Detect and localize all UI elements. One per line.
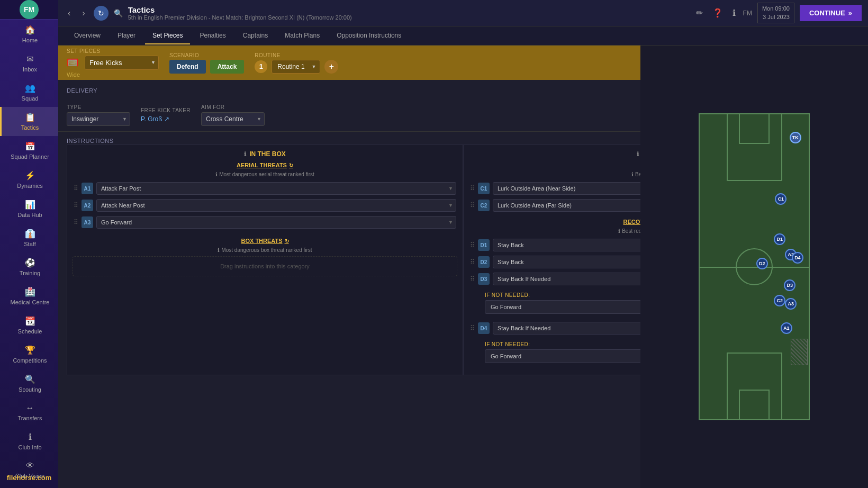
aim-select[interactable]: Cross Centre bbox=[201, 112, 265, 126]
drag-handle-d2[interactable]: ⠿ bbox=[470, 258, 475, 266]
subnav-overview[interactable]: Overview bbox=[67, 28, 108, 44]
drag-handle-d1[interactable]: ⠿ bbox=[470, 241, 475, 249]
routine-select[interactable]: Routine 1 bbox=[272, 60, 320, 74]
sidebar-item-medical[interactable]: 🏥 Medical Centre bbox=[0, 282, 58, 311]
player-d4[interactable]: D4 bbox=[792, 252, 803, 264]
sidebar-item-scouting[interactable]: 🔍 Scouting bbox=[0, 369, 58, 398]
a3-select-wrap[interactable]: Go Forward bbox=[96, 216, 456, 229]
drag-handle-c2[interactable]: ⠿ bbox=[470, 202, 475, 209]
refresh-button[interactable]: ↻ bbox=[94, 6, 108, 21]
subnav-player[interactable]: Player bbox=[110, 28, 143, 44]
aim-select-wrap[interactable]: Cross Centre bbox=[201, 112, 265, 126]
defend-button[interactable]: Defend bbox=[169, 60, 206, 74]
training-icon: ⚽ bbox=[25, 258, 35, 268]
set-pieces-value-row: 🥅 Free Kicks bbox=[67, 56, 159, 70]
continue-button[interactable]: CONTINUE » bbox=[800, 5, 862, 21]
edit-icon[interactable]: ✏ bbox=[694, 6, 705, 20]
attack-button[interactable]: Attack bbox=[210, 60, 245, 74]
schedule-icon: 📆 bbox=[25, 316, 35, 326]
free-kicks-icon: 🥅 bbox=[67, 57, 78, 68]
set-pieces-select-wrap[interactable]: Free Kicks bbox=[85, 56, 159, 70]
add-routine-button[interactable]: + bbox=[324, 60, 338, 74]
badge-d2: D2 bbox=[478, 256, 490, 268]
drag-handle-c1[interactable]: ⠿ bbox=[470, 185, 475, 192]
player-d1[interactable]: D1 bbox=[774, 233, 785, 245]
sidebar-item-club-info[interactable]: ℹ Club Info bbox=[0, 427, 58, 456]
drag-handle-a2[interactable]: ⠿ bbox=[74, 202, 78, 209]
subnav-match-plans[interactable]: Match Plans bbox=[277, 28, 327, 44]
drag-handle-a1[interactable]: ⠿ bbox=[74, 185, 78, 192]
sidebar-label-competitions: Competitions bbox=[13, 357, 47, 364]
sidebar-label-schedule: Schedule bbox=[18, 328, 42, 335]
taker-field: FREE KICK TAKER P. Groß ↗ bbox=[141, 107, 191, 123]
set-pieces-select[interactable]: Free Kicks bbox=[85, 56, 159, 70]
sidebar-item-data-hub[interactable]: 📊 Data Hub bbox=[0, 194, 58, 223]
drag-handle-d4[interactable]: ⠿ bbox=[470, 324, 475, 332]
routine-select-wrap[interactable]: Routine 1 bbox=[272, 60, 320, 74]
info-icon[interactable]: ℹ bbox=[730, 6, 738, 20]
player-d2[interactable]: D2 bbox=[756, 258, 768, 269]
type-select-wrap[interactable]: Inswinger bbox=[67, 112, 130, 126]
sidebar-item-squad[interactable]: 👥 Squad bbox=[0, 78, 58, 107]
type-select[interactable]: Inswinger bbox=[67, 112, 130, 126]
refresh-icon: ↻ bbox=[289, 162, 293, 168]
sidebar-label-squad: Squad bbox=[22, 95, 39, 102]
a2-select[interactable]: Attack Near Post bbox=[96, 199, 456, 212]
badge-a3: A3 bbox=[82, 216, 93, 228]
subnav-penalties[interactable]: Penalties bbox=[192, 28, 233, 44]
scenario-buttons: Defend Attack bbox=[169, 60, 244, 74]
sidebar-item-inbox[interactable]: ✉ Inbox bbox=[0, 49, 58, 78]
a2-select-wrap[interactable]: Attack Near Post bbox=[96, 199, 456, 212]
in-the-box-column: ℹ IN THE BOX AERIAL THREATS ↻ ℹ Most dan… bbox=[67, 144, 463, 375]
footer: filehorse.com bbox=[0, 467, 58, 488]
sidebar-item-schedule[interactable]: 📆 Schedule bbox=[0, 311, 58, 340]
inbox-icon: ✉ bbox=[26, 54, 33, 64]
pitch-container: TK C1 D1 D2 A2 D4 D3 C2 A3 A1 bbox=[640, 46, 868, 488]
taker-label: FREE KICK TAKER bbox=[141, 107, 191, 113]
subnav-captains[interactable]: Captains bbox=[236, 28, 275, 44]
sidebar-logo: FM bbox=[0, 0, 58, 20]
club-info-icon: ℹ bbox=[29, 432, 32, 442]
sidebar-label-transfers: Transfers bbox=[17, 415, 42, 421]
drag-placeholder: Drag instructions into this category bbox=[73, 256, 457, 276]
subnav-set-pieces[interactable]: Set Pieces bbox=[145, 28, 190, 44]
a1-select[interactable]: Attack Far Post bbox=[96, 182, 456, 195]
sidebar-item-home[interactable]: 🏠 Home bbox=[0, 20, 58, 49]
main-content: SET PIECES 🥅 Free Kicks Wide SCENARIO De… bbox=[58, 46, 868, 488]
a1-select-wrap[interactable]: Attack Far Post bbox=[96, 182, 456, 195]
help-icon[interactable]: ❓ bbox=[710, 6, 725, 20]
sidebar-item-squad-planner[interactable]: 📅 Squad Planner bbox=[0, 136, 58, 165]
sidebar-item-staff[interactable]: 👔 Staff bbox=[0, 223, 58, 252]
a3-select[interactable]: Go Forward bbox=[96, 216, 456, 229]
subnav: Overview Player Set Pieces Penalties Cap… bbox=[58, 26, 868, 46]
player-tk[interactable]: TK bbox=[790, 132, 801, 143]
taker-link[interactable]: P. Groß ↗ bbox=[141, 115, 191, 123]
sidebar-label-club-info: Club Info bbox=[18, 444, 41, 450]
box-threats-note: ℹ Most dangerous box threat ranked first bbox=[73, 247, 457, 253]
sidebar-item-training[interactable]: ⚽ Training bbox=[0, 252, 58, 282]
search-icon: 🔍 bbox=[114, 9, 123, 17]
player-a1[interactable]: A1 bbox=[781, 322, 792, 334]
badge-d1: D1 bbox=[478, 239, 490, 251]
instructions-title: INSTRUCTIONS bbox=[67, 138, 114, 144]
forward-button[interactable]: › bbox=[79, 6, 88, 20]
sidebar-item-tactics[interactable]: 📋 Tactics bbox=[0, 107, 58, 136]
sidebar-item-competitions[interactable]: 🏆 Competitions bbox=[0, 340, 58, 369]
sidebar-item-dynamics[interactable]: ⚡ Dynamics bbox=[0, 165, 58, 194]
sidebar-item-transfers[interactable]: ↔ Transfers bbox=[0, 398, 58, 427]
player-a3[interactable]: A3 bbox=[785, 298, 797, 310]
badge-d4: D4 bbox=[478, 322, 490, 334]
center-circle bbox=[736, 248, 773, 285]
player-c2[interactable]: C2 bbox=[774, 295, 785, 306]
aim-label: AIM FOR bbox=[201, 104, 265, 110]
box-threats-section: BOX THREATS ↻ ℹ Most dangerous box threa… bbox=[73, 238, 457, 276]
player-c1[interactable]: C1 bbox=[775, 193, 786, 205]
drag-handle-a3[interactable]: ⠿ bbox=[74, 219, 78, 226]
subnav-opposition[interactable]: Opposition Instructions bbox=[329, 28, 409, 44]
aerial-threats-subtitle: AERIAL THREATS ↻ bbox=[73, 162, 457, 168]
drag-handle-d3[interactable]: ⠿ bbox=[470, 275, 475, 283]
medical-icon: 🏥 bbox=[25, 287, 35, 297]
info-icon-c: ℹ bbox=[631, 171, 634, 177]
back-button[interactable]: ‹ bbox=[65, 6, 74, 20]
player-d3[interactable]: D3 bbox=[784, 279, 795, 291]
